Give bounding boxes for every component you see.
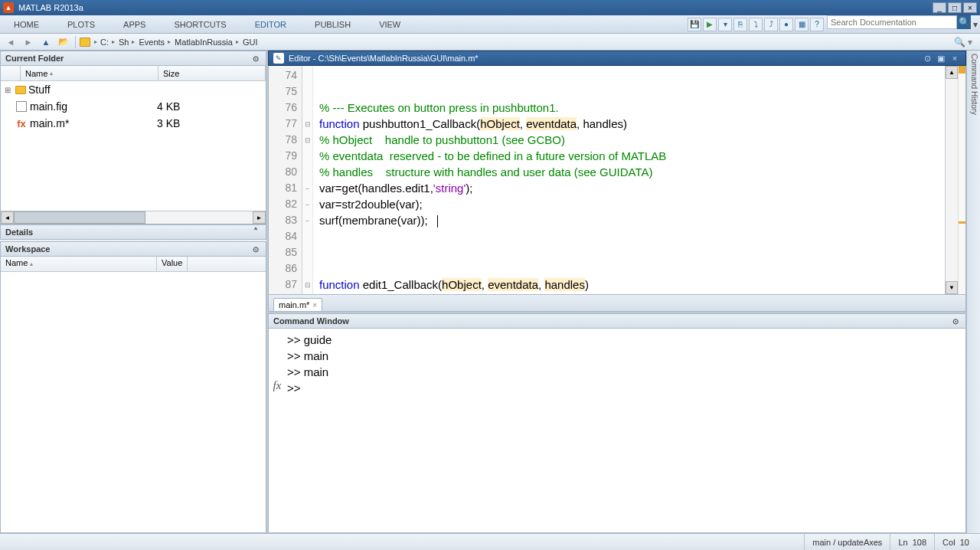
line-number[interactable]: 76 — [269, 100, 302, 116]
run-button[interactable]: ▶ — [703, 18, 717, 31]
fold-toggle[interactable] — [302, 244, 312, 260]
fold-toggle[interactable]: – — [302, 212, 312, 228]
code-line[interactable]: % --- Executes on button press in pushbu… — [319, 100, 939, 116]
up-button[interactable]: ▲ — [38, 35, 54, 49]
browse-button[interactable]: 📂 — [56, 35, 71, 49]
line-number[interactable]: 74 — [269, 67, 302, 83]
breadcrumb-item[interactable]: GUI — [243, 38, 258, 47]
tab-close-button[interactable]: × — [312, 301, 317, 309]
breadcrumb-item[interactable]: Sh▸ — [119, 38, 136, 47]
editor-file-tab[interactable]: main.m* × — [273, 298, 322, 311]
code-line[interactable]: function edit1_Callback(hObject, eventda… — [319, 277, 939, 293]
step-in-button[interactable]: ⤵ — [749, 18, 763, 31]
tab-shortcuts[interactable]: SHORTCUTS — [160, 15, 240, 33]
breakpoint-button[interactable]: ● — [779, 18, 793, 31]
name-column[interactable]: Name ▴ — [21, 66, 158, 80]
search-documentation-input[interactable] — [827, 15, 957, 29]
line-number[interactable]: 83 — [269, 212, 302, 228]
fold-toggle[interactable] — [302, 148, 312, 164]
code-line[interactable] — [319, 260, 939, 277]
fold-toggle[interactable] — [302, 83, 312, 100]
line-number[interactable]: 87 — [269, 277, 302, 293]
line-number[interactable]: 79 — [269, 148, 302, 164]
code-line[interactable]: function pushbutton1_Callback(hObject, e… — [319, 116, 939, 132]
fold-toggle[interactable]: ⊟ — [302, 132, 312, 148]
scroll-left-button[interactable]: ◄ — [1, 211, 14, 224]
code-line[interactable]: % eventdata reserved - to be defined in … — [319, 148, 939, 164]
scroll-down-button[interactable]: ▼ — [946, 281, 958, 294]
run-dropdown[interactable]: ▾ — [718, 18, 732, 31]
back-button[interactable]: ◄ — [3, 35, 18, 49]
close-button[interactable]: × — [963, 2, 977, 13]
fold-toggle[interactable]: – — [302, 180, 312, 196]
step-out-button[interactable]: ⤴ — [764, 18, 778, 31]
editor-dock-button[interactable]: ⊙ — [921, 53, 933, 64]
scroll-thumb[interactable] — [14, 211, 145, 224]
command-history-tab[interactable]: Command History — [966, 51, 980, 533]
step-button[interactable]: ⎘ — [733, 18, 747, 31]
save-button[interactable]: 💾 — [688, 18, 701, 31]
help-button[interactable]: ? — [810, 18, 824, 31]
fold-toggle[interactable]: ⊟ — [302, 116, 312, 132]
line-number[interactable]: 77 — [269, 116, 302, 132]
size-column[interactable]: Size — [158, 66, 266, 80]
command-window-body[interactable]: fx >> guide>> main>> main>> — [268, 329, 966, 533]
workspace-body[interactable] — [1, 272, 266, 532]
code-area[interactable]: % --- Executes on button press in pushbu… — [313, 66, 945, 294]
breadcrumb-item[interactable]: MatlabInRussia▸ — [175, 38, 240, 47]
fold-toggle[interactable] — [302, 67, 312, 83]
tab-editor[interactable]: EDITOR — [241, 15, 301, 33]
line-number[interactable]: 84 — [269, 228, 302, 244]
toolstrip-collapse-button[interactable]: ▾ — [971, 15, 980, 33]
expander-icon[interactable]: ⊞ — [2, 86, 13, 94]
code-line[interactable] — [319, 83, 939, 100]
code-line[interactable]: var=get(handles.edit1,'string'); — [319, 180, 939, 196]
tab-home[interactable]: HOME — [0, 15, 54, 33]
editor-vertical-scrollbar[interactable]: ▲ ▼ — [945, 66, 958, 294]
tab-apps[interactable]: APPS — [109, 15, 160, 33]
panel-menu-button[interactable]: ⊙ — [250, 244, 261, 254]
code-line[interactable]: var=str2double(var); — [319, 196, 939, 212]
details-expand-button[interactable]: ˄ — [250, 227, 261, 237]
code-line[interactable]: % hObject handle to pushbutton1 (see GCB… — [319, 132, 939, 148]
scroll-track[interactable] — [946, 79, 958, 281]
minimize-button[interactable]: _ — [933, 2, 946, 13]
fx-button[interactable]: fx — [273, 379, 282, 392]
fold-toggle[interactable]: ⊟ — [302, 277, 312, 293]
code-analyzer-indicator[interactable] — [959, 66, 965, 74]
line-number[interactable]: 81 — [269, 180, 302, 196]
editor-maximize-button[interactable]: ▣ — [935, 53, 947, 64]
maximize-button[interactable]: □ — [948, 2, 962, 13]
code-line[interactable] — [319, 244, 939, 260]
tab-view[interactable]: VIEW — [365, 15, 415, 33]
details-header[interactable]: Details ˄ — [0, 224, 266, 240]
fold-toggle[interactable] — [302, 228, 312, 244]
line-number[interactable]: 80 — [269, 164, 302, 180]
search-button[interactable]: 🔍 — [957, 15, 971, 29]
command-lines[interactable]: >> guide>> main>> main>> — [286, 329, 965, 532]
file-row[interactable]: fx main.m* 3 KB — [1, 115, 266, 132]
message-bar[interactable] — [958, 66, 965, 294]
current-folder-body[interactable]: ⊞ Stuff main.fig 4 KB fx main.m* 3 KB — [1, 81, 266, 211]
tab-publish[interactable]: PUBLISH — [301, 15, 365, 33]
ws-name-column[interactable]: Name ▴ — [1, 257, 157, 271]
line-number[interactable]: 75 — [269, 83, 302, 100]
fold-toggle[interactable] — [302, 164, 312, 180]
fold-toggle[interactable]: – — [302, 196, 312, 212]
breadcrumb-root[interactable]: ▸C:▸ — [93, 38, 116, 47]
scroll-up-button[interactable]: ▲ — [946, 66, 958, 79]
fold-column[interactable]: ⊟⊟–––⊟ — [302, 66, 313, 294]
fold-toggle[interactable] — [302, 260, 312, 277]
layout-button[interactable]: ▦ — [795, 18, 808, 31]
panel-menu-button[interactable]: ⊙ — [250, 53, 261, 64]
horizontal-scrollbar[interactable]: ◄ ► — [1, 211, 266, 224]
code-line[interactable] — [319, 67, 939, 83]
scroll-right-button[interactable]: ► — [253, 211, 266, 224]
code-line[interactable] — [319, 228, 939, 244]
warning-marker[interactable] — [959, 221, 965, 224]
ws-value-column[interactable]: Value — [157, 257, 188, 271]
code-line[interactable]: % handles structure with handles and use… — [319, 164, 939, 180]
line-number[interactable]: 82 — [269, 196, 302, 212]
address-search-button[interactable]: 🔍 ▾ — [949, 37, 977, 47]
breadcrumb-item[interactable]: Events▸ — [139, 38, 172, 47]
